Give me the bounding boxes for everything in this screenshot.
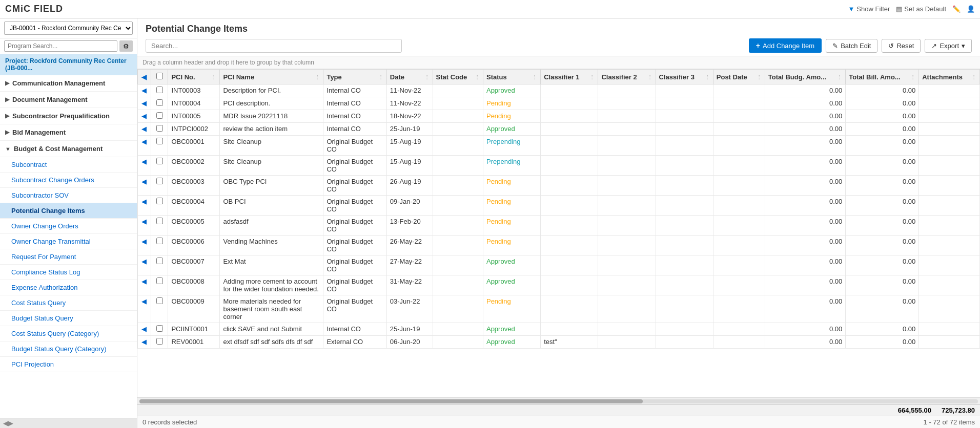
row-checkbox[interactable] [156, 99, 163, 106]
row-expand-arrow[interactable]: ◀ [138, 97, 151, 110]
row-checkbox-cell[interactable] [151, 236, 168, 255]
row-expand-arrow[interactable]: ◀ [138, 275, 151, 295]
row-checkbox[interactable] [156, 218, 163, 224]
sidebar-item-compliance-status-log[interactable]: Compliance Status Log [0, 265, 137, 280]
row-checkbox[interactable] [156, 238, 163, 244]
sidebar-item-subcontract-change-orders[interactable]: Subcontract Change Orders [0, 173, 137, 188]
scrollbar-track[interactable] [139, 399, 978, 403]
cell-classifier3 [656, 84, 713, 97]
row-expand-arrow[interactable]: ◀ [138, 295, 151, 323]
row-checkbox[interactable] [156, 258, 163, 264]
sidebar-item-budget-cost-management[interactable]: ▼ Budget & Cost Management [0, 141, 137, 157]
edit-icon-button[interactable]: ✏️ [952, 5, 961, 13]
col-header-status[interactable]: Status⋮ [483, 70, 540, 84]
sidebar-item-document-management[interactable]: ▶ Document Management [0, 92, 137, 108]
select-all-checkbox[interactable] [156, 73, 163, 79]
col-header-total-budg[interactable]: Total Budg. Amo...⋮ [765, 70, 846, 84]
sidebar-item-subcontract[interactable]: Subcontract [0, 157, 137, 173]
row-checkbox-cell[interactable] [151, 336, 168, 349]
row-checkbox-cell[interactable] [151, 255, 168, 275]
sidebar-item-potential-change-items[interactable]: Potential Change Items [0, 203, 137, 219]
row-checkbox[interactable] [156, 325, 163, 332]
row-checkbox-cell[interactable] [151, 123, 168, 136]
row-checkbox-cell[interactable] [151, 97, 168, 110]
export-button[interactable]: ↗ Export ▾ [925, 39, 972, 53]
col-header-type[interactable]: Type⋮ [323, 70, 386, 84]
row-expand-arrow[interactable]: ◀ [138, 110, 151, 123]
row-checkbox-cell[interactable] [151, 84, 168, 97]
col-header-stat-code[interactable]: Stat Code⋮ [433, 70, 483, 84]
sidebar-item-owner-change-orders[interactable]: Owner Change Orders [0, 219, 137, 234]
col-header-classifier3[interactable]: Classifier 3⋮ [656, 70, 713, 84]
row-checkbox-cell[interactable] [151, 323, 168, 336]
total-bill-amount: 725,723.80 [942, 406, 975, 414]
show-filter-button[interactable]: ▼ Show Filter [848, 5, 890, 13]
batch-edit-button[interactable]: ✎ Batch Edit [826, 39, 877, 53]
program-search-input[interactable] [4, 40, 117, 52]
col-header-pci-name[interactable]: PCI Name⋮ [220, 70, 323, 84]
row-checkbox[interactable] [156, 112, 163, 119]
scrollbar-thumb[interactable] [139, 399, 643, 403]
sidebar-item-request-for-payment[interactable]: Request For Payment [0, 249, 137, 265]
row-expand-arrow[interactable]: ◀ [138, 336, 151, 349]
row-checkbox-cell[interactable] [151, 110, 168, 123]
col-header-attachments[interactable]: Attachments⋮ [919, 70, 980, 84]
row-checkbox[interactable] [156, 87, 163, 93]
cell-status: Pending [483, 196, 540, 216]
reset-button[interactable]: ↺ Reset [882, 39, 921, 53]
user-icon-button[interactable]: 👤 [967, 5, 975, 13]
row-expand-arrow[interactable]: ◀ [138, 123, 151, 136]
search-input[interactable] [146, 39, 402, 53]
table-container[interactable]: ◀ PCI No.⋮ PCI Name⋮ Type⋮ Date⋮ [137, 69, 980, 397]
row-expand-arrow[interactable]: ◀ [138, 84, 151, 97]
row-checkbox[interactable] [156, 158, 163, 164]
col-select-all[interactable] [151, 70, 168, 84]
sidebar-item-subcontractor-prequalification[interactable]: ▶ Subcontractor Prequalification [0, 108, 137, 124]
col-header-classifier2[interactable]: Classifier 2⋮ [598, 70, 656, 84]
sidebar-item-budget-status-query-category[interactable]: Budget Status Query (Category) [0, 341, 137, 357]
sidebar-item-cost-status-query-category[interactable]: Cost Status Query (Category) [0, 326, 137, 341]
col-header-pci-no[interactable]: PCI No.⋮ [168, 70, 220, 84]
horizontal-scrollbar[interactable] [137, 397, 980, 404]
add-change-item-button[interactable]: + Add Change Item [749, 38, 822, 53]
row-checkbox[interactable] [156, 125, 163, 132]
row-expand-arrow[interactable]: ◀ [138, 196, 151, 216]
col-header-classifier1[interactable]: Classifier 1⋮ [541, 70, 598, 84]
col-header-post-date[interactable]: Post Date⋮ [713, 70, 765, 84]
row-checkbox[interactable] [156, 277, 163, 284]
row-expand-arrow[interactable]: ◀ [138, 216, 151, 236]
col-header-date[interactable]: Date⋮ [386, 70, 433, 84]
row-expand-arrow[interactable]: ◀ [138, 323, 151, 336]
resize-handle[interactable]: ◀▶ [3, 419, 13, 427]
sidebar-item-expense-authorization[interactable]: Expense Authorization [0, 280, 137, 295]
row-expand-arrow[interactable]: ◀ [138, 236, 151, 255]
set-default-button[interactable]: ▦ Set as Default [896, 5, 946, 13]
sidebar-item-pci-projection[interactable]: PCI Projection [0, 357, 137, 372]
row-checkbox[interactable] [156, 138, 163, 144]
row-checkbox[interactable] [156, 297, 163, 304]
row-checkbox[interactable] [156, 178, 163, 184]
gear-button[interactable]: ⚙ [119, 40, 133, 52]
row-expand-arrow[interactable]: ◀ [138, 255, 151, 275]
sidebar-item-budget-status-query[interactable]: Budget Status Query [0, 311, 137, 326]
sidebar-item-cost-status-query[interactable]: Cost Status Query [0, 295, 137, 311]
row-expand-arrow[interactable]: ◀ [138, 156, 151, 176]
row-expand-arrow[interactable]: ◀ [138, 176, 151, 196]
project-selector[interactable]: JB-00001 - Rockford Community Rec Center [4, 22, 133, 35]
row-checkbox[interactable] [156, 338, 163, 345]
sidebar-item-subcontractor-sov[interactable]: Subcontractor SOV [0, 188, 137, 203]
row-checkbox-cell[interactable] [151, 275, 168, 295]
row-checkbox-cell[interactable] [151, 156, 168, 176]
sidebar-item-bid-management[interactable]: ▶ Bid Management [0, 124, 137, 141]
row-expand-arrow[interactable]: ◀ [138, 136, 151, 156]
sidebar-item-owner-change-transmittal[interactable]: Owner Change Transmittal [0, 234, 137, 249]
row-checkbox-cell[interactable] [151, 196, 168, 216]
row-checkbox-cell[interactable] [151, 216, 168, 236]
row-checkbox-cell[interactable] [151, 176, 168, 196]
col-header-total-bill[interactable]: Total Bill. Amo...⋮ [846, 70, 919, 84]
sidebar-item-communication-management[interactable]: ▶ Communication Management [0, 75, 137, 92]
row-checkbox[interactable] [156, 198, 163, 204]
row-checkbox-cell[interactable] [151, 136, 168, 156]
row-checkbox-cell[interactable] [151, 295, 168, 323]
table-row: ◀ OBC00008 Adding more cement to account… [138, 275, 980, 295]
